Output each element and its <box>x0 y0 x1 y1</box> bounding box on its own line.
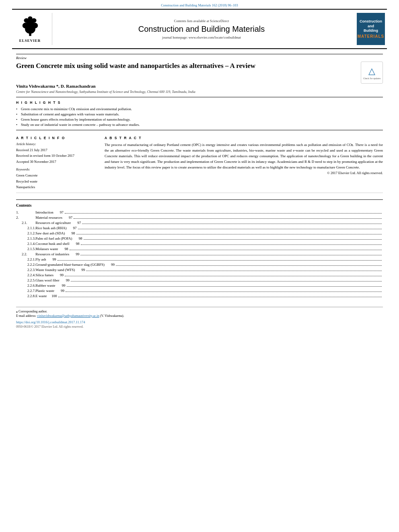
toc-row: 2.1. Resources of agriculture 97 <box>16 220 383 226</box>
toc-dots-row: Resources of industries 99 <box>35 252 383 256</box>
page: Construction and Building Materials 162 … <box>0 0 399 532</box>
abstract-text: The process of manufacturing of ordinary… <box>105 142 383 176</box>
toc-item-title: Palm oil fuel ash (POFA) <box>35 236 72 240</box>
check-updates-badge: △ Check for updates <box>361 62 383 84</box>
toc-num: 2. <box>16 215 35 220</box>
article-type-label: Review <box>16 54 383 60</box>
keywords-label: Keywords: <box>16 168 97 171</box>
toc-title: Coconut husk and shell 98 <box>35 241 383 246</box>
toc-title: Material resources 97 <box>35 215 383 220</box>
toc-num: 1. <box>16 210 35 215</box>
toc-page-num: 98 <box>72 236 82 240</box>
toc-title: Waste foundry sand (WFS) 99 <box>35 267 383 273</box>
journal-title: Construction and Building Materials <box>138 25 265 34</box>
toc-row: 2.2.3. Waste foundry sand (WFS) 99 <box>16 267 383 273</box>
toc-num: 2.2.2. <box>16 262 35 267</box>
toc-row: 2.2.7. Plastic waste 99 <box>16 288 383 294</box>
toc-title: E waste 100 <box>35 294 383 299</box>
toc-row: 2.2.5. Glass wool fiber 99 <box>16 278 383 283</box>
journal-logo-box: ConstructionandBuilding MATERIALS <box>357 13 385 45</box>
toc-page-num: 99 <box>60 278 70 282</box>
toc-title: Molasses waste 98 <box>35 246 383 252</box>
highlight-item: Green concrete mix to minimize CO₂ emiss… <box>16 107 383 111</box>
article-history: Received 21 July 2017 Received in revise… <box>16 147 97 164</box>
keyword-1: Green Concrete <box>16 173 97 178</box>
sciencedirect-link[interactable]: Contents lists available at ScienceDirec… <box>174 19 229 23</box>
article-info-abstract-row: A R T I C L E I N F O Article history: R… <box>16 133 383 190</box>
title-row: Green Concrete mix using solid waste and… <box>16 62 383 84</box>
toc-row: 2.1.1. Rice husk ash (RHA) 97 <box>16 226 383 231</box>
toc-item-title: Rice husk ash (RHA) <box>35 226 66 230</box>
elsevier-logo: ELSEVIER <box>12 13 52 45</box>
toc-row: 2.1.3. Palm oil fuel ash (POFA) 98 <box>16 236 383 241</box>
toc-num: 2.2. <box>16 252 35 257</box>
toc-item-title: Ground-granulated blast-furnace slag (GG… <box>35 263 105 267</box>
divider-after-affiliation <box>16 97 383 97</box>
toc-item-title: Saw dust ash (SDA) <box>35 231 65 235</box>
journal-center-header: Contents lists available at ScienceDirec… <box>52 13 351 45</box>
toc-title: Saw dust ash (SDA) 98 <box>35 231 383 236</box>
divider-after-highlights <box>16 130 383 130</box>
toc-row: 1. Introduction 97 <box>16 210 383 215</box>
journal-logo-right: ConstructionandBuilding MATERIALS <box>355 13 387 45</box>
toc-page-num: 99 <box>54 289 64 293</box>
toc-title: Resources of agriculture 97 <box>35 220 383 226</box>
toc-num: 2.2.4. <box>16 273 35 278</box>
toc-table: 1. Introduction 97 2. Material resources… <box>16 210 383 299</box>
highlights-list: Green concrete mix to minimize CO₂ emiss… <box>16 107 383 127</box>
toc-dots-row: Palm oil fuel ash (POFA) 98 <box>35 236 383 240</box>
toc-dots-row: Fly ash 99 <box>35 257 383 261</box>
abstract-label: A B S T R A C T <box>105 136 383 140</box>
issn-line: 0950-0618/© 2017 Elsevier Ltd. All right… <box>16 325 383 329</box>
keywords-section: Keywords: Green Concrete Recycled waste … <box>16 168 97 190</box>
toc-row: 2.1.4. Coconut husk and shell 98 <box>16 241 383 246</box>
toc-title: Introduction 97 <box>35 210 383 215</box>
accepted-date: Accepted 30 November 2017 <box>16 159 97 164</box>
journal-reference: Construction and Building Materials 162 … <box>0 0 399 9</box>
toc-dots-row: Ground-granulated blast-furnace slag (GG… <box>35 263 383 267</box>
email-link[interactable]: vinitavishwakarma@sathyabamauniversity.a… <box>37 314 99 318</box>
toc-page-num: 99 <box>75 268 85 272</box>
toc-dots-row: Introduction 97 <box>35 210 383 214</box>
toc-item-title: Silica fumes <box>35 273 53 277</box>
toc-dots-row: Molasses waste 98 <box>35 247 383 251</box>
toc-item-title: Glass wool fiber <box>35 278 60 282</box>
toc-item-title: Waste foundry sand (WFS) <box>35 268 75 272</box>
highlight-item: Substitution of cement and aggregates wi… <box>16 112 383 116</box>
abstract-body: The process of manufacturing of ordinary… <box>105 143 383 169</box>
toc-dots-row: Saw dust ash (SDA) 98 <box>35 231 383 235</box>
toc-title: Silica fumes 99 <box>35 273 383 278</box>
doi-anchor[interactable]: https://doi.org/10.1016/j.conbuildmat.20… <box>16 320 85 324</box>
highlight-item: Green house gases effects resolution by … <box>16 117 383 121</box>
toc-num: 2.1.3. <box>16 236 35 241</box>
toc-dots-row: Coconut husk and shell 98 <box>35 242 383 246</box>
toc-item-title: E waste <box>35 294 47 298</box>
toc-title: Rubber waste 99 <box>35 283 383 288</box>
toc-item-title: Fly ash <box>35 257 46 261</box>
article-info-label: A R T I C L E I N F O <box>16 136 97 140</box>
elsevier-brand-text: ELSEVIER <box>19 39 41 43</box>
toc-page-num: 100 <box>47 294 57 298</box>
toc-title: Ground-granulated blast-furnace slag (GG… <box>35 262 383 267</box>
highlight-item: Study on use of industrial waste in ceme… <box>16 123 383 127</box>
toc-num: 2.2.1. <box>16 257 35 262</box>
footer-email-line: E-mail address: vinitavishwakarma@sathya… <box>16 314 383 318</box>
email-label: E-mail address: <box>16 314 36 318</box>
toc-page-num: 99 <box>56 283 66 288</box>
highlights-label: H I G H L I G H T S <box>16 101 383 105</box>
doi-link[interactable]: https://doi.org/10.1016/j.conbuildmat.20… <box>16 320 383 324</box>
toc-page-num: 97 <box>62 216 72 220</box>
contents-title: Contents <box>16 203 383 207</box>
toc-item-title: Resources of agriculture <box>35 221 71 225</box>
journal-ref-text: Construction and Building Materials 162 … <box>161 3 238 7</box>
toc-num: 2.2.8. <box>16 294 35 299</box>
toc-page-num: 97 <box>71 221 81 225</box>
toc-item-title: Molasses waste <box>35 247 58 251</box>
toc-page-num: 97 <box>67 226 77 230</box>
toc-row: 2. Material resources 97 <box>16 215 383 220</box>
elsevier-tree-icon <box>18 15 42 37</box>
toc-body: 1. Introduction 97 2. Material resources… <box>16 210 383 299</box>
toc-item-title: Coconut husk and shell <box>35 242 69 246</box>
toc-num: 2.2.5. <box>16 278 35 283</box>
toc-title: Rice husk ash (RHA) 97 <box>35 226 383 231</box>
